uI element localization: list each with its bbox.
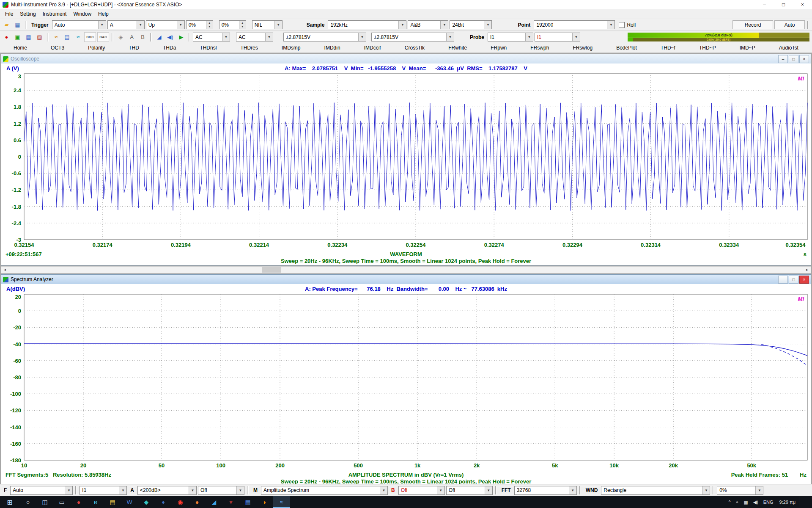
run-display-icon[interactable]: ▣ bbox=[13, 32, 22, 42]
tab-imdccif[interactable]: IMDccif bbox=[362, 45, 383, 51]
point-select[interactable]: 192000▼ bbox=[534, 20, 615, 29]
menu-help[interactable]: Help bbox=[95, 11, 112, 17]
trigger-delay-spin-up-icon[interactable]: ▲ bbox=[239, 21, 246, 25]
ddc-icon[interactable]: DDC bbox=[84, 32, 96, 42]
speaker-icon[interactable]: ◀) bbox=[165, 32, 175, 42]
trigger-delay-spin-down-icon[interactable]: ▼ bbox=[239, 25, 246, 29]
menu-setting[interactable]: Setting bbox=[16, 11, 39, 17]
tab-crosstlk[interactable]: CrossTlk bbox=[403, 45, 426, 51]
tab-thdnsl[interactable]: THDnsl bbox=[198, 45, 218, 51]
generator-b-icon[interactable]: ≈ bbox=[73, 32, 83, 42]
scrollbar-thumb[interactable] bbox=[262, 267, 281, 273]
tab-oct3[interactable]: OCT3 bbox=[49, 45, 66, 51]
menu-file[interactable]: File bbox=[2, 11, 16, 17]
oscilloscope-maximize-button[interactable]: □ bbox=[789, 55, 798, 63]
app-minimize-button[interactable]: – bbox=[755, 0, 774, 9]
app-teal-icon[interactable]: ◆ bbox=[138, 496, 155, 508]
spectrum-minimize-button[interactable]: – bbox=[778, 276, 788, 284]
tab-thdres[interactable]: THDres bbox=[239, 45, 259, 51]
app-blue-2-icon[interactable]: ▦ bbox=[239, 496, 256, 508]
spectrum-maximize-button[interactable]: □ bbox=[789, 276, 798, 284]
trigger-level-spin-up-icon[interactable]: ▲ bbox=[206, 21, 213, 25]
spectrum-close-button[interactable]: × bbox=[799, 276, 809, 284]
record-button[interactable]: Record bbox=[732, 20, 773, 29]
tools-icon[interactable]: ◢ bbox=[154, 32, 164, 42]
search-icon[interactable]: ○ bbox=[19, 496, 36, 508]
language-indicator[interactable]: ENG bbox=[761, 500, 776, 505]
opera-icon[interactable]: ◉ bbox=[172, 496, 189, 508]
trigger-edge-select[interactable]: Up▼ bbox=[146, 20, 185, 29]
tab-frpwn[interactable]: FRpwn bbox=[489, 45, 508, 51]
file-explorer-icon[interactable]: ▤ bbox=[104, 496, 121, 508]
scroll-right-icon[interactable]: ► bbox=[804, 267, 811, 273]
trigger-f-select[interactable]: Auto▼ bbox=[10, 486, 73, 495]
save-icon[interactable]: ▦ bbox=[13, 20, 22, 30]
probe-b-select[interactable]: I1▼ bbox=[535, 33, 580, 41]
clock[interactable]: 9:29 πμ bbox=[776, 500, 799, 505]
b-option-2-select[interactable]: Off▼ bbox=[446, 486, 493, 495]
app-red-icon[interactable]: ● bbox=[70, 496, 87, 508]
b-option-1-select[interactable]: Off▼ bbox=[398, 486, 445, 495]
oscilloscope-minimize-button[interactable]: – bbox=[778, 55, 788, 63]
coupling-b-select[interactable]: AC▼ bbox=[236, 33, 273, 41]
trigger-nil-select[interactable]: NIL▼ bbox=[252, 20, 283, 29]
trigger-level-spin[interactable]: 0%▲▼ bbox=[186, 20, 213, 29]
tray-app-icon[interactable]: ◓ bbox=[733, 500, 741, 505]
auto-button[interactable]: Auto bbox=[774, 20, 805, 29]
marker-icon[interactable]: ◈ bbox=[116, 32, 126, 42]
a-range-select[interactable]: <200dB>▼ bbox=[137, 486, 197, 495]
edge-icon[interactable]: e bbox=[87, 496, 104, 508]
tab-audiotst[interactable]: AudioTst bbox=[777, 45, 800, 51]
dac-icon[interactable]: DAC bbox=[97, 32, 109, 42]
app-blue-icon[interactable]: ♦ bbox=[155, 496, 172, 508]
probe-a-select[interactable]: I1▼ bbox=[488, 33, 533, 41]
firefox-icon[interactable]: ◗ bbox=[256, 496, 273, 508]
mail-icon[interactable]: ▭ bbox=[53, 496, 70, 508]
tab-thd-p[interactable]: THD~P bbox=[697, 45, 718, 51]
spectrum-titlebar[interactable]: Spectrum Analyzer – □ × bbox=[1, 275, 811, 284]
a-option-select[interactable]: Off▼ bbox=[198, 486, 244, 495]
multi-instrument-icon[interactable]: ≈ bbox=[273, 496, 290, 508]
overlap-select[interactable]: 0%▼ bbox=[717, 486, 763, 495]
menu-instrument[interactable]: Instrument bbox=[39, 11, 70, 17]
sample-rate-select[interactable]: 192kHz▼ bbox=[328, 20, 406, 29]
input-select[interactable]: I1▼ bbox=[80, 486, 127, 495]
trigger-delay-spin[interactable]: 0%▲▼ bbox=[219, 20, 246, 29]
app-close-button[interactable]: × bbox=[793, 0, 812, 9]
volume-icon[interactable]: ◀) bbox=[751, 500, 761, 505]
tab-imdsmp[interactable]: IMDsmp bbox=[280, 45, 302, 51]
measurement-select[interactable]: Amplitude Spectrum▼ bbox=[261, 486, 388, 495]
sample-channels-select[interactable]: A&B▼ bbox=[408, 20, 448, 29]
start-button[interactable]: ⊞ bbox=[0, 496, 19, 508]
record-icon[interactable]: ● bbox=[2, 32, 11, 42]
menu-window[interactable]: Window bbox=[70, 11, 95, 17]
app-maximize-button[interactable]: □ bbox=[774, 0, 793, 9]
app-orange-icon[interactable]: ● bbox=[189, 496, 206, 508]
range-a-select[interactable]: ±2.87815V▼ bbox=[283, 33, 366, 41]
pattern-view-icon[interactable]: ▨ bbox=[35, 32, 44, 42]
scroll-left-icon[interactable]: ◄ bbox=[1, 267, 8, 273]
scope-view-icon[interactable]: ▦ bbox=[24, 32, 33, 42]
tab-polarity[interactable]: Polarity bbox=[86, 45, 107, 51]
task-view-icon[interactable]: ◫ bbox=[36, 496, 53, 508]
range-b-select[interactable]: ±2.87815V▼ bbox=[371, 33, 454, 41]
tab-imd-p[interactable]: IMD~P bbox=[738, 45, 757, 51]
label-a-icon[interactable]: A bbox=[127, 32, 137, 42]
tab-frswph[interactable]: FRswph bbox=[529, 45, 551, 51]
window-function-select[interactable]: Rectangle▼ bbox=[601, 486, 710, 495]
notification-button[interactable] bbox=[799, 496, 812, 508]
oscilloscope-titlebar[interactable]: Oscilloscope – □ × bbox=[1, 54, 811, 64]
tab-frwhite[interactable]: FRwhite bbox=[447, 45, 469, 51]
tab-thda[interactable]: THDa bbox=[161, 45, 178, 51]
sample-bits-select[interactable]: 24Bit▼ bbox=[450, 20, 492, 29]
word-icon[interactable]: W bbox=[121, 496, 138, 508]
play-icon[interactable]: ▶ bbox=[176, 32, 186, 42]
coupling-a-select[interactable]: AC▼ bbox=[193, 33, 230, 41]
tab-thd[interactable]: THD bbox=[127, 45, 141, 51]
network-icon[interactable]: ▦ bbox=[741, 500, 750, 505]
scrollbar-track[interactable] bbox=[8, 267, 804, 273]
fft-size-select[interactable]: 32768▼ bbox=[514, 486, 577, 495]
oscilloscope-close-button[interactable]: × bbox=[799, 55, 809, 63]
analyzer-grid-icon[interactable]: ▤ bbox=[62, 32, 72, 42]
label-b-icon[interactable]: B bbox=[138, 32, 148, 42]
